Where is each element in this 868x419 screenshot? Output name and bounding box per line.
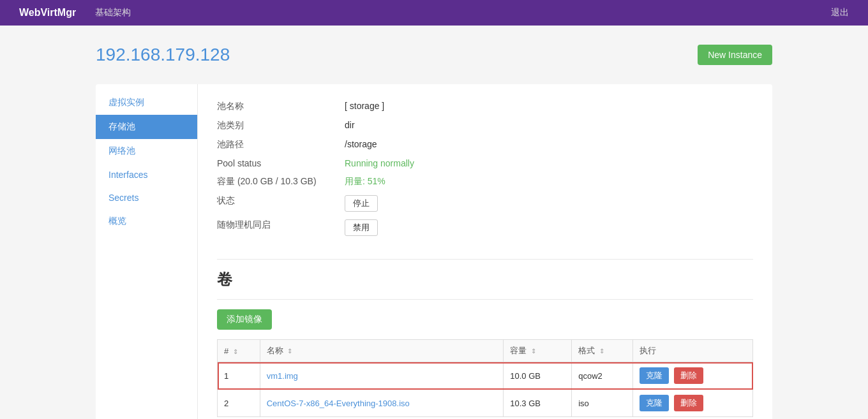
row1-size: 10.0 GB xyxy=(504,362,572,390)
brand-logo: WebVirtMgr xyxy=(19,7,76,18)
table-row: 2 CentOS-7-x86_64-Everything-1908.iso 10… xyxy=(218,390,753,417)
row2-clone-button[interactable]: 克隆 xyxy=(640,395,669,411)
row2-name-link[interactable]: CentOS-7-x86_64-Everything-1908.iso xyxy=(267,399,410,408)
pool-status-label: Pool status xyxy=(217,158,345,168)
row1-clone-button[interactable]: 克隆 xyxy=(640,367,669,384)
pool-autostart-row: 随物理机同启 禁用 xyxy=(217,216,753,240)
topnav-left: WebVirtMgr 基础架构 xyxy=(19,7,131,18)
row2-format: iso xyxy=(572,390,633,417)
col-header-name: 名称 ⇕ xyxy=(260,340,504,362)
col-header-action: 执行 xyxy=(633,340,753,362)
row2-size: 10.3 GB xyxy=(504,390,572,417)
pool-name-value: [ storage ] xyxy=(345,101,384,111)
row2-delete-button[interactable]: 删除 xyxy=(674,395,703,411)
row1-format: qcow2 xyxy=(572,362,633,390)
row2-actions: 克隆 删除 xyxy=(633,390,753,417)
add-image-button[interactable]: 添加镜像 xyxy=(217,309,272,330)
col-header-size: 容量 ⇕ xyxy=(504,340,572,362)
sidebar-item-virtual-instances[interactable]: 虚拟实例 xyxy=(96,91,197,115)
volumes-title: 卷 xyxy=(217,269,753,290)
row1-delete-button[interactable]: 删除 xyxy=(674,367,703,384)
main-content: 池名称 [ storage ] 池类别 dir 池路径 /storage Poo… xyxy=(198,84,772,419)
page-title: 192.168.179.128 xyxy=(96,45,230,65)
volumes-table-head: # ⇕ 名称 ⇕ 容量 ⇕ xyxy=(218,340,753,362)
sort-num-icon[interactable]: ⇕ xyxy=(233,348,238,355)
pool-name-label: 池名称 xyxy=(217,101,345,112)
table-row: 1 vm1.img 10.0 GB qcow2 克隆 删除 xyxy=(218,362,753,390)
row1-num: 1 xyxy=(218,362,260,390)
pool-usage-value: 用量: 51% xyxy=(345,176,385,187)
sort-format-icon[interactable]: ⇕ xyxy=(599,348,604,355)
row2-num: 2 xyxy=(218,390,260,417)
sidebar-item-secrets[interactable]: Secrets xyxy=(96,186,197,209)
sidebar-item-storage-pool[interactable]: 存储池 xyxy=(96,115,197,139)
pool-path-value: /storage xyxy=(345,139,377,149)
new-instance-button[interactable]: New Instance xyxy=(698,45,772,65)
stop-button[interactable]: 停止 xyxy=(345,195,378,212)
row1-actions: 克隆 删除 xyxy=(633,362,753,390)
logout-link[interactable]: 退出 xyxy=(831,7,849,18)
sort-name-icon[interactable]: ⇕ xyxy=(287,348,292,355)
page-header: 192.168.179.128 New Instance xyxy=(96,45,772,65)
sort-size-icon[interactable]: ⇕ xyxy=(531,348,536,355)
col-header-num: # ⇕ xyxy=(218,340,260,362)
main-layout: 虚拟实例 存储池 网络池 Interfaces Secrets 概览 池名称 [… xyxy=(96,84,772,419)
sidebar-item-interfaces[interactable]: Interfaces xyxy=(96,163,197,186)
pool-status-row: Pool status Running normally xyxy=(217,154,753,172)
pool-capacity-label: 容量 (20.0 GB / 10.3 GB) xyxy=(217,176,345,187)
col-header-format: 格式 ⇕ xyxy=(572,340,633,362)
pool-status-value: Running normally xyxy=(345,158,414,168)
pool-capacity-row: 容量 (20.0 GB / 10.3 GB) 用量: 51% xyxy=(217,172,753,191)
volumes-section: 卷 添加镜像 # ⇕ 名称 ⇕ xyxy=(217,269,753,417)
sidebar-item-network-pool[interactable]: 网络池 xyxy=(96,139,197,163)
pool-state-row: 状态 停止 xyxy=(217,191,753,216)
pool-type-row: 池类别 dir xyxy=(217,116,753,135)
pool-path-row: 池路径 /storage xyxy=(217,135,753,154)
pool-state-label: 状态 xyxy=(217,195,345,207)
section-divider xyxy=(217,259,753,260)
nav-link-jichu[interactable]: 基础架构 xyxy=(95,7,131,18)
volumes-table-header-row: # ⇕ 名称 ⇕ 容量 ⇕ xyxy=(218,340,753,362)
top-navigation: WebVirtMgr 基础架构 退出 xyxy=(0,0,868,26)
page-wrapper: 192.168.179.128 New Instance 虚拟实例 存储池 网络… xyxy=(83,26,785,419)
sidebar-item-overview[interactable]: 概览 xyxy=(96,209,197,233)
row1-name: vm1.img xyxy=(260,362,504,390)
pool-type-label: 池类别 xyxy=(217,120,345,131)
pool-type-value: dir xyxy=(345,120,355,130)
volumes-divider xyxy=(217,299,753,300)
volumes-table-body: 1 vm1.img 10.0 GB qcow2 克隆 删除 xyxy=(218,362,753,417)
volumes-table: # ⇕ 名称 ⇕ 容量 ⇕ xyxy=(217,339,753,417)
sidebar: 虚拟实例 存储池 网络池 Interfaces Secrets 概览 xyxy=(96,84,198,419)
disable-button[interactable]: 禁用 xyxy=(345,219,378,236)
pool-autostart-label: 随物理机同启 xyxy=(217,219,345,231)
row1-name-link[interactable]: vm1.img xyxy=(267,371,298,381)
pool-path-label: 池路径 xyxy=(217,139,345,151)
pool-info-table: 池名称 [ storage ] 池类别 dir 池路径 /storage Poo… xyxy=(217,97,753,240)
pool-name-row: 池名称 [ storage ] xyxy=(217,97,753,116)
row2-name: CentOS-7-x86_64-Everything-1908.iso xyxy=(260,390,504,417)
